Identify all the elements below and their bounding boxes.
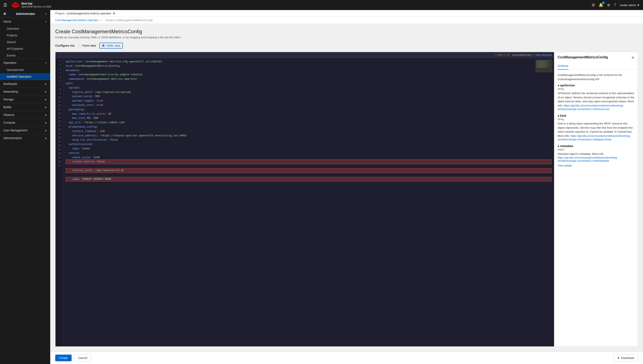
download-icon: ⬇: [617, 356, 620, 360]
sidebar-role-header[interactable]: ⚙ Administrator ▼: [0, 10, 50, 18]
yaml-code-content: apiVersion: costmanagement-metrics-cfg.o…: [63, 58, 554, 346]
sidebar-section-user-management: User Management ▶: [0, 126, 50, 134]
schema-properties-list: ● apiVersion string APIVersion defines t…: [558, 84, 634, 167]
sidebar-section-home: Home ▼ Overview Projects Search API Expl…: [0, 18, 50, 59]
editor-container: ⌥ Opt + F1 Accessibility help | View sho…: [55, 52, 638, 347]
schema-property-metadata: ● metadata object Standard object's meta…: [558, 144, 634, 167]
yaml-code-editor[interactable]: 12345 678910 1112131415 1617181920 21222…: [56, 58, 554, 346]
view-details-link[interactable]: View details: [558, 164, 634, 167]
sidebar-item-home[interactable]: Home ▼: [0, 18, 50, 25]
schema-tab-schema[interactable]: Schema: [558, 62, 568, 70]
sidebar-home-label: Home: [3, 20, 11, 23]
accessibility-help-text: Accessibility help: [512, 54, 531, 56]
sidebar-networking-chevron: ▶: [45, 90, 47, 93]
editor-toolbar: ⌥ Opt + F1 Accessibility help | View sho…: [56, 52, 554, 58]
sidebar-storage-label: Storage: [3, 98, 14, 101]
view-shortcuts-link[interactable]: View shortcuts: [535, 54, 551, 56]
schema-header: CostManagementMetricsConfig ✕: [554, 52, 638, 60]
notifications-icon[interactable]: 🔔 2: [599, 3, 603, 7]
schema-close-button[interactable]: ✕: [631, 56, 634, 60]
sidebar-storage-chevron: ▶: [45, 98, 47, 100]
sidebar-item-operators[interactable]: Operators ▼: [0, 59, 50, 66]
sidebar-administration-chevron: ▶: [45, 137, 47, 139]
page-content: Create CostManagementMetricsConfig Creat…: [50, 24, 643, 352]
schema-tabs: Schema: [554, 62, 638, 70]
yaml-view-option[interactable]: YAML view: [100, 43, 123, 48]
schema-intro: CostManagementMetricsConfig is the Schem…: [558, 73, 634, 81]
grid-icon[interactable]: ⊞: [592, 3, 595, 7]
breadcrumb-current: Create CostManagementMetricsConfig: [105, 18, 152, 22]
sidebar-item-operatorhub[interactable]: OperatorHub: [0, 66, 50, 73]
form-view-radio[interactable]: [78, 44, 81, 47]
sidebar-section-administration: Administration ▶: [0, 134, 50, 142]
sidebar-workloads-label: Workloads: [3, 82, 17, 86]
schema-property-apiversion: ● apiVersion string APIVersion defines t…: [558, 84, 634, 111]
sidebar-item-compute[interactable]: Compute ▶: [0, 119, 50, 126]
sidebar-operators-chevron: ▼: [45, 62, 47, 64]
sidebar-operators-label: Operators: [3, 61, 16, 64]
app-body: ⚙ Administrator ▼ Home ▼ Overview Projec…: [0, 10, 643, 364]
editor-minimap: [536, 60, 552, 72]
sidebar-item-search[interactable]: Search: [0, 39, 50, 46]
schema-body: CostManagementMetricsConfig is the Schem…: [554, 70, 638, 346]
hamburger-icon[interactable]: ☰: [3, 2, 7, 8]
breadcrumb-separator: >: [101, 18, 103, 22]
line-numbers: 12345 678910 1112131415 1617181920 21222…: [56, 58, 63, 346]
prop-link-apiversion[interactable]: https://git.k8s.io/community/contributor…: [558, 104, 624, 111]
add-icon[interactable]: ⊕: [607, 3, 610, 7]
sidebar-item-projects[interactable]: Projects: [0, 32, 50, 39]
sidebar-item-builds[interactable]: Builds ▶: [0, 103, 50, 111]
sidebar-section-storage: Storage ▶: [0, 96, 50, 103]
prop-type-apiversion: string: [558, 88, 634, 90]
schema-property-kind: ● kind string Kind is a string value rep…: [558, 114, 634, 141]
sidebar-networking-label: Networking: [3, 90, 18, 93]
form-view-option[interactable]: Form view: [78, 44, 96, 47]
cancel-button[interactable]: Cancel: [74, 354, 91, 362]
prop-link-metadata[interactable]: https://git.k8s.io/community/contributor…: [558, 156, 618, 162]
prop-name-metadata: ● metadata: [558, 144, 573, 148]
sidebar-item-api-explorer[interactable]: API Explorer: [0, 46, 50, 52]
yaml-view-radio[interactable]: [102, 44, 105, 47]
sidebar-item-workloads[interactable]: Workloads ▶: [0, 80, 50, 88]
sidebar-item-networking[interactable]: Networking ▶: [0, 88, 50, 96]
user-label: cluster-admin: [620, 4, 636, 7]
sidebar-item-installed-operators[interactable]: Installed Operators: [0, 73, 50, 80]
sidebar-section-builds: Builds ▶: [0, 103, 50, 111]
brand-text: Red Hat OpenShift Service on AWS: [21, 2, 51, 8]
sidebar-item-events[interactable]: Events: [0, 52, 50, 59]
sidebar-observe-chevron: ▶: [45, 114, 47, 116]
project-selector[interactable]: Project: costmanagement-metrics-operator…: [55, 12, 115, 15]
sidebar-compute-label: Compute: [3, 121, 15, 124]
sidebar-item-administration[interactable]: Administration ▶: [0, 134, 50, 142]
brand-logo: Red Hat OpenShift Service on AWS: [11, 2, 589, 8]
sidebar: ⚙ Administrator ▼ Home ▼ Overview Projec…: [0, 10, 50, 364]
project-dropdown-icon: ▼: [112, 12, 115, 15]
sidebar-home-chevron: ▼: [45, 20, 47, 23]
bottom-toolbar: Create Cancel ⬇ Download: [50, 352, 643, 364]
sidebar-compute-chevron: ▶: [45, 122, 47, 124]
breadcrumb-link[interactable]: Cost Management Metrics Operator: [55, 18, 99, 22]
configure-via-label: Configure via:: [55, 44, 75, 47]
user-menu[interactable]: cluster-admin ▼: [620, 4, 640, 7]
sidebar-section-observe: Observe ▶: [0, 111, 50, 118]
sidebar-item-observe[interactable]: Observe ▶: [0, 111, 50, 118]
sidebar-workloads-chevron: ▶: [45, 83, 47, 85]
topnav-icons: ⊞ 🔔 2 ⊕ ? cluster-admin ▼: [592, 3, 640, 7]
sidebar-item-user-management[interactable]: User Management ▶: [0, 126, 50, 134]
sidebar-item-overview[interactable]: Overview: [0, 25, 50, 32]
project-bar: Project: costmanagement-metrics-operator…: [50, 10, 643, 17]
sidebar-section-compute: Compute ▶: [0, 118, 50, 126]
top-navigation: ☰ Red Hat OpenShift Service on AWS ⊞ 🔔 2…: [0, 0, 643, 10]
schema-panel: CostManagementMetricsConfig ✕ Schema Cos…: [554, 52, 638, 347]
page-title: Create CostManagementMetricsConfig: [55, 29, 638, 34]
create-button[interactable]: Create: [55, 354, 72, 361]
sidebar-role-chevron: ▼: [45, 13, 47, 15]
sidebar-user-management-chevron: ▶: [45, 129, 47, 132]
form-view-label: Form view: [83, 44, 96, 47]
sidebar-item-storage[interactable]: Storage ▶: [0, 96, 50, 103]
main-content: Project: costmanagement-metrics-operator…: [50, 10, 643, 364]
toolbar-separator: |: [533, 54, 533, 56]
download-label: Download: [621, 356, 634, 360]
help-icon[interactable]: ?: [614, 3, 616, 7]
download-button[interactable]: ⬇ Download: [613, 354, 638, 362]
